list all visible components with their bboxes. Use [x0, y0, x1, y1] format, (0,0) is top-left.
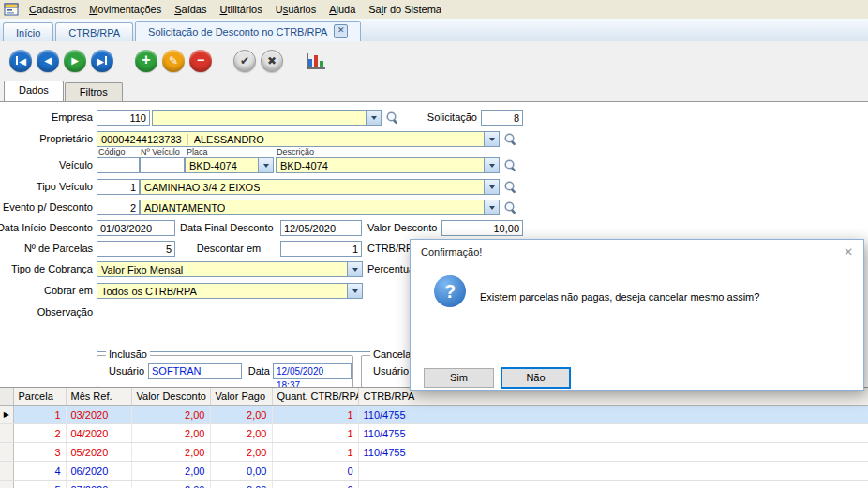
menu-item[interactable]: Cadastros	[22, 2, 82, 17]
grid-row[interactable]: 204/20202,002,001110/4755	[0, 424, 868, 443]
row-indicator-cell[interactable]	[0, 481, 13, 488]
chevron-down-icon[interactable]	[347, 284, 362, 298]
grid-cell[interactable]: 2,00	[210, 406, 272, 424]
data-inicio-input[interactable]	[97, 220, 175, 236]
tab-ctrb-rpa[interactable]: CTRB/RPA	[55, 22, 133, 41]
tab-filtros[interactable]: Filtros	[65, 82, 123, 101]
confirm-button[interactable]: ✔	[233, 50, 256, 72]
chevron-down-icon[interactable]	[347, 262, 362, 276]
chevron-down-icon[interactable]	[484, 200, 499, 214]
veiculo-codigo-input[interactable]	[97, 157, 140, 173]
grid-cell[interactable]: 2,00	[131, 424, 210, 443]
grid-cell[interactable]: 0,00	[210, 481, 272, 488]
col-header-valor-pago[interactable]: Valor Pago	[210, 388, 272, 406]
grid-cell[interactable]: 110/4755	[358, 443, 868, 462]
row-indicator-cell[interactable]	[0, 424, 13, 443]
delete-button[interactable]: −	[189, 50, 212, 72]
veiculo-search-icon[interactable]	[503, 158, 518, 173]
grid-row[interactable]: 507/20202,000,000	[0, 481, 868, 488]
grid-cell[interactable]: 0,00	[210, 462, 272, 481]
proprietario-search-icon[interactable]	[503, 132, 518, 147]
grid-cell[interactable]: 110/4755	[358, 424, 868, 443]
col-header-quant-ctrb[interactable]: Quant. CTRB/RPA	[272, 388, 358, 406]
veiculo-placa-combo[interactable]: BKD-4074	[185, 157, 274, 173]
tipo-veiculo-combo[interactable]: CAMINHAO 3/4 2 EIXOS	[140, 179, 500, 195]
grid-cell[interactable]: 1	[272, 424, 358, 443]
grid-cell[interactable]: 1	[13, 406, 66, 424]
data-final-input[interactable]	[280, 220, 362, 236]
row-indicator-cell[interactable]	[0, 462, 13, 481]
empresa-code-input[interactable]	[97, 110, 150, 126]
row-indicator-cell[interactable]: ▶	[0, 406, 13, 424]
grid-cell[interactable]: 2,00	[131, 462, 210, 481]
grid-cell[interactable]: 3	[13, 443, 66, 462]
cobrar-em-combo[interactable]: Todos os CTRB/RPA	[97, 283, 363, 299]
chevron-down-icon[interactable]	[366, 111, 381, 125]
grid-cell[interactable]	[358, 462, 868, 481]
evento-combo[interactable]: ADIANTAMENTO	[140, 200, 500, 215]
add-button[interactable]: +	[135, 50, 157, 72]
valor-desconto-input[interactable]	[441, 220, 523, 236]
nav-previous-button[interactable]: ◀	[37, 50, 59, 72]
tab-solicitacao-desconto[interactable]: Solicitação de Desconto no CTRB/RPA ✕	[135, 21, 361, 41]
grid-cell[interactable]: 0	[272, 481, 358, 488]
tipo-cobranca-combo[interactable]: Valor Fixo Mensal	[97, 261, 363, 277]
col-header-mes-ref[interactable]: Mês Ref.	[66, 388, 131, 406]
empresa-search-icon[interactable]	[385, 111, 400, 126]
grid-cell[interactable]: 06/2020	[66, 462, 131, 481]
grid-cell[interactable]: 4	[13, 462, 66, 481]
nav-next-button[interactable]: ▶	[64, 50, 86, 72]
grid-cell[interactable]: 5	[13, 481, 66, 488]
chevron-down-icon[interactable]	[258, 158, 273, 172]
nav-last-button[interactable]: ▶	[91, 50, 113, 72]
grid-cell[interactable]: 03/2020	[66, 406, 131, 424]
grid-cell[interactable]: 0	[272, 462, 358, 481]
descontar-em-input[interactable]	[280, 241, 362, 257]
grid-cell[interactable]: 1	[272, 406, 358, 424]
grid-cell[interactable]: 2,00	[210, 424, 272, 443]
grid-cell[interactable]: 2,00	[131, 443, 210, 462]
chevron-down-icon[interactable]	[484, 180, 499, 194]
evento-search-icon[interactable]	[503, 200, 518, 215]
nao-button[interactable]: Não	[501, 367, 571, 389]
grid-cell[interactable]: 2,00	[131, 481, 210, 488]
proprietario-combo[interactable]: 00004244123733 ALESSANDRO	[97, 131, 500, 147]
nav-first-button[interactable]: ◀	[9, 50, 32, 72]
cancel-button[interactable]: ✖	[261, 50, 283, 72]
sim-button[interactable]: Sim	[424, 368, 494, 388]
grid-row[interactable]: 406/20202,000,000	[0, 462, 868, 481]
menu-item[interactable]: Ajuda	[322, 2, 362, 17]
grid-cell[interactable]: 07/2020	[66, 481, 131, 488]
grid-cell[interactable]: 2	[13, 424, 66, 443]
evento-code-input[interactable]	[97, 200, 140, 215]
menu-item[interactable]: Saídas	[168, 2, 213, 17]
tipo-veiculo-code-input[interactable]	[97, 179, 140, 195]
solicitacao-input[interactable]	[481, 110, 523, 126]
col-header-parcela[interactable]: Parcela	[13, 388, 66, 406]
grid-cell[interactable]: 110/4755	[358, 406, 868, 424]
tab-close-icon[interactable]: ✕	[334, 24, 348, 38]
veiculo-numero-input[interactable]	[140, 157, 185, 173]
menu-item[interactable]: Usuários	[269, 2, 322, 17]
chevron-down-icon[interactable]	[484, 158, 499, 172]
grid-cell[interactable]: 1	[272, 443, 358, 462]
chevron-down-icon[interactable]	[484, 132, 499, 146]
edit-button[interactable]: ✎	[162, 50, 185, 72]
menu-item[interactable]: Utilitários	[213, 2, 268, 17]
veiculo-descricao-combo[interactable]: BKD-4074	[276, 157, 500, 173]
menu-item[interactable]: Sair do Sistema	[362, 2, 448, 17]
parcelas-input[interactable]	[97, 241, 175, 257]
row-indicator-cell[interactable]	[0, 443, 13, 462]
col-header-valor-desconto[interactable]: Valor Desconto	[131, 388, 210, 406]
grid-row[interactable]: 305/20202,002,001110/4755	[0, 443, 868, 462]
close-icon[interactable]: ✕	[844, 245, 853, 259]
grid-cell[interactable]: 2,00	[131, 406, 210, 424]
tab-dados[interactable]: Dados	[4, 81, 64, 101]
chart-button[interactable]	[305, 52, 327, 71]
grid-cell[interactable]: 2,00	[210, 443, 272, 462]
empresa-combo[interactable]	[152, 110, 382, 126]
tab-inicio[interactable]: Início	[3, 22, 53, 41]
grid-cell[interactable]: 05/2020	[66, 443, 131, 462]
tipo-veiculo-search-icon[interactable]	[503, 180, 518, 195]
grid-cell[interactable]	[358, 481, 868, 488]
